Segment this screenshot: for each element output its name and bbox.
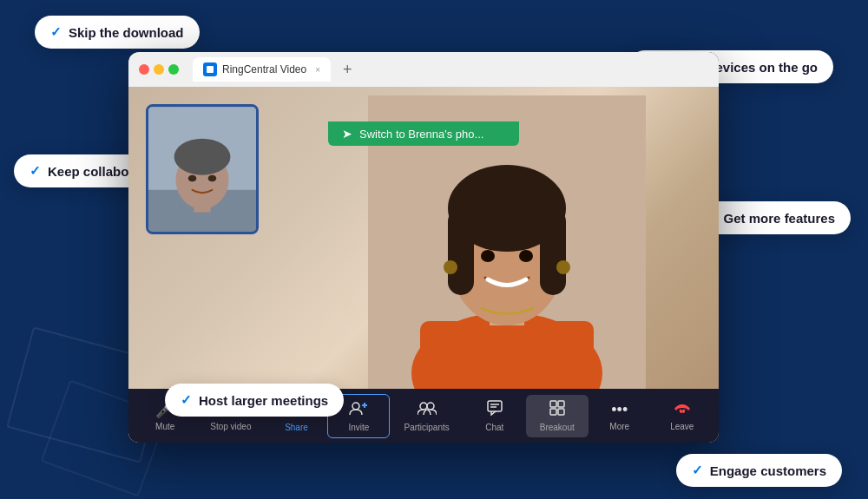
breakout-button[interactable]: Breakout bbox=[526, 395, 589, 437]
check-icon-keep: ✓ bbox=[30, 163, 41, 179]
badge-engage: ✓ Engage customers bbox=[676, 454, 842, 487]
tab-close-button[interactable]: × bbox=[315, 65, 320, 75]
badge-host: ✓ Host larger meetings bbox=[165, 384, 344, 417]
breakout-label: Breakout bbox=[540, 423, 575, 432]
share-label: Share bbox=[285, 423, 308, 432]
breakout-icon bbox=[549, 400, 565, 420]
invite-icon bbox=[349, 400, 368, 420]
svg-point-21 bbox=[208, 175, 217, 182]
favicon-icon bbox=[207, 66, 214, 73]
chat-label: Chat bbox=[485, 423, 503, 432]
mute-label: Mute bbox=[155, 422, 174, 431]
participants-button[interactable]: Participants bbox=[390, 395, 463, 437]
svg-point-29 bbox=[427, 403, 434, 410]
close-dot[interactable] bbox=[139, 64, 149, 75]
svg-point-20 bbox=[188, 175, 197, 182]
svg-rect-33 bbox=[550, 401, 556, 407]
chat-icon bbox=[487, 400, 503, 420]
leave-icon bbox=[673, 401, 692, 419]
switch-arrow-icon: ➤ bbox=[342, 127, 352, 141]
window-controls bbox=[139, 64, 179, 75]
leave-button[interactable]: Leave bbox=[651, 396, 713, 437]
svg-rect-6 bbox=[448, 208, 474, 295]
svg-rect-38 bbox=[681, 409, 685, 413]
svg-point-10 bbox=[444, 260, 457, 274]
more-icon: ••• bbox=[611, 401, 628, 419]
svg-point-28 bbox=[420, 403, 427, 410]
svg-rect-2 bbox=[420, 321, 594, 391]
tab-favicon bbox=[203, 62, 217, 76]
svg-rect-36 bbox=[558, 409, 564, 415]
svg-rect-35 bbox=[550, 409, 556, 415]
browser-chrome: RingCentral Video × + bbox=[128, 52, 719, 87]
invite-label: Invite bbox=[349, 423, 370, 432]
badge-skip: ✓ Skip the download bbox=[35, 16, 200, 49]
svg-point-9 bbox=[519, 250, 533, 262]
check-icon-engage: ✓ bbox=[692, 463, 703, 478]
badge-host-text: Host larger meetings bbox=[199, 393, 328, 408]
svg-rect-7 bbox=[540, 208, 566, 295]
browser-tab[interactable]: RingCentral Video × bbox=[193, 57, 331, 82]
more-label: More bbox=[609, 422, 629, 431]
participants-label: Participants bbox=[404, 423, 449, 432]
maximize-dot[interactable] bbox=[168, 64, 179, 75]
svg-point-11 bbox=[556, 260, 570, 274]
chat-button[interactable]: Chat bbox=[464, 395, 526, 437]
check-icon-skip: ✓ bbox=[50, 24, 62, 40]
svg-point-19 bbox=[174, 139, 231, 175]
stop-video-label: Stop video bbox=[210, 422, 251, 431]
switch-banner-text: Switch to Brenna's pho... bbox=[359, 128, 483, 141]
badge-features-text: Get more features bbox=[724, 211, 835, 226]
more-button[interactable]: ••• More bbox=[589, 396, 651, 437]
switch-device-banner[interactable]: ➤ Switch to Brenna's pho... bbox=[328, 121, 519, 146]
svg-point-25 bbox=[352, 403, 359, 410]
participants-icon bbox=[418, 400, 437, 420]
svg-point-8 bbox=[481, 250, 495, 262]
tab-title: RingCentral Video bbox=[222, 63, 306, 76]
badge-skip-text: Skip the download bbox=[69, 25, 184, 40]
check-icon-host: ✓ bbox=[181, 392, 192, 408]
svg-rect-30 bbox=[488, 401, 502, 411]
participant-thumbnail bbox=[146, 104, 259, 234]
man-avatar bbox=[148, 107, 256, 232]
leave-label: Leave bbox=[670, 422, 694, 431]
badge-engage-text: Engage customers bbox=[710, 463, 826, 478]
minimize-dot[interactable] bbox=[154, 64, 164, 75]
svg-rect-34 bbox=[558, 401, 564, 407]
new-tab-button[interactable]: + bbox=[343, 61, 352, 79]
